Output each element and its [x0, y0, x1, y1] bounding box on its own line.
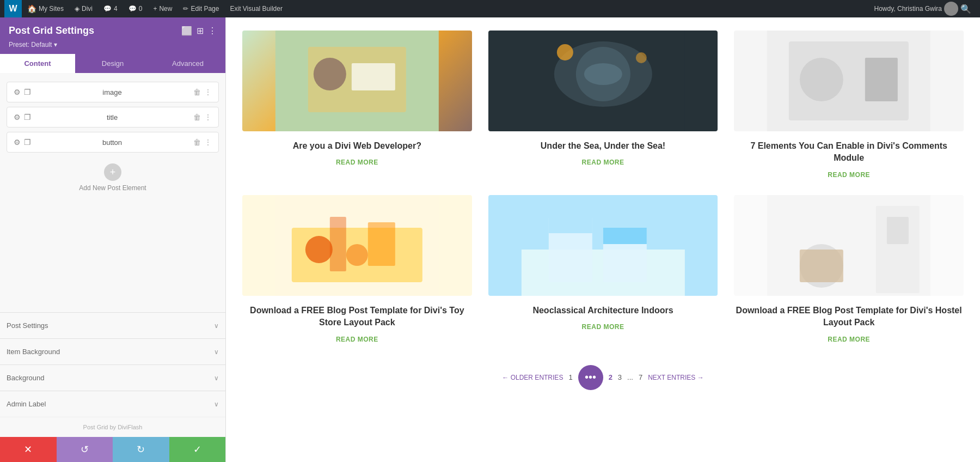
- home-icon: 🏠: [27, 4, 36, 13]
- adminbar-divi[interactable]: ◈ Divi: [69, 0, 98, 17]
- grid-icon[interactable]: ⊞: [197, 26, 204, 36]
- pencil-icon: ✏: [183, 5, 188, 13]
- post-image-6: [734, 195, 964, 296]
- element-left-icons: ⚙ ❐: [14, 88, 31, 96]
- delete-icon[interactable]: 🗑: [193, 88, 201, 96]
- add-element-label: Add New Post Element: [79, 184, 146, 192]
- delete-icon-3[interactable]: 🗑: [193, 138, 201, 147]
- accordion-post-settings-header[interactable]: Post Settings ∨: [7, 321, 219, 330]
- copy-icon[interactable]: ❐: [24, 88, 31, 96]
- gear-icon-3[interactable]: ⚙: [14, 138, 21, 147]
- page-link-1[interactable]: 1: [568, 373, 572, 381]
- wp-admin-bar: W 🏠 My Sites ◈ Divi 💬 4 💬 0 + New ✏ Edit…: [0, 0, 980, 17]
- user-greeting: Howdy, Christina Gwira: [874, 5, 942, 13]
- svg-point-13: [800, 58, 843, 101]
- plus-icon: +: [153, 5, 157, 13]
- tab-advanced[interactable]: Advanced: [150, 54, 225, 73]
- post-readmore-4[interactable]: READ MORE: [336, 336, 378, 343]
- save-button[interactable]: ✓: [169, 437, 226, 462]
- sidebar: Post Grid Settings ⬜ ⊞ ⋮ Preset: Default…: [0, 17, 226, 462]
- chevron-down-icon-2: ∨: [214, 348, 219, 356]
- post-title-2: Under the Sea, Under the Sea!: [541, 140, 665, 152]
- wp-logo-icon[interactable]: W: [4, 0, 22, 17]
- bottom-action-bar: ✕ ↺ ↻ ✓: [0, 437, 225, 462]
- content-area: Are you a Divi Web Developer? READ MORE …: [226, 17, 980, 462]
- accordion-background: Background ∨: [0, 364, 225, 391]
- accordion-background-header[interactable]: Background ∨: [7, 374, 219, 382]
- element-row-image[interactable]: ⚙ ❐ image 🗑 ⋮: [7, 82, 219, 102]
- accordion-admin-label-header[interactable]: Admin Label ∨: [7, 400, 219, 408]
- element-row-title[interactable]: ⚙ ❐ title 🗑 ⋮: [7, 107, 219, 127]
- svg-rect-30: [800, 250, 843, 282]
- next-entries-link[interactable]: NEXT ENTRIES →: [648, 374, 703, 381]
- admin-label-label: Admin Label: [7, 400, 46, 408]
- exit-vb-label: Exit Visual Builder: [230, 5, 283, 13]
- tab-design[interactable]: Design: [75, 54, 150, 73]
- adminbar-new[interactable]: + New: [148, 0, 177, 17]
- svg-point-17: [346, 244, 368, 266]
- adminbar-my-sites[interactable]: 🏠 My Sites: [22, 0, 69, 17]
- chevron-down-icon-3: ∨: [214, 374, 219, 382]
- drag-icon-2[interactable]: ⋮: [204, 113, 212, 121]
- more-options-icon[interactable]: ⋮: [208, 26, 217, 36]
- post-card-2: Under the Sea, Under the Sea! READ MORE: [488, 31, 718, 179]
- adminbar-user-info: Howdy, Christina Gwira 🔍: [874, 2, 976, 16]
- redo-button[interactable]: ↻: [113, 437, 169, 462]
- search-icon[interactable]: 🔍: [960, 4, 971, 14]
- post-readmore-5[interactable]: READ MORE: [582, 323, 624, 331]
- sidebar-title: Post Grid Settings: [9, 25, 94, 37]
- post-image-1: [242, 31, 472, 131]
- sidebar-header-controls: ⬜ ⊞ ⋮: [181, 26, 217, 36]
- svg-rect-12: [865, 58, 898, 101]
- accordion-item-background: Item Background ∨: [0, 338, 225, 364]
- dots-icon: •••: [585, 371, 596, 384]
- add-new-post-element[interactable]: + Add New Post Element: [7, 157, 219, 203]
- accordion-item-background-header[interactable]: Item Background ∨: [7, 348, 219, 356]
- delete-icon-2[interactable]: 🗑: [193, 113, 201, 121]
- post-title-4: Download a FREE Blog Post Template for D…: [242, 305, 472, 329]
- element-left-icons-2: ⚙ ❐: [14, 113, 31, 121]
- pagination-fab[interactable]: •••: [578, 365, 603, 390]
- page-link-2[interactable]: 2: [609, 373, 612, 381]
- element-row-button[interactable]: ⚙ ❐ button 🗑 ⋮: [7, 132, 219, 153]
- post-settings-label: Post Settings: [7, 321, 48, 330]
- element-label-title: title: [36, 113, 188, 121]
- copy-icon-3[interactable]: ❐: [24, 138, 31, 147]
- page-link-7[interactable]: 7: [639, 373, 642, 381]
- accordion-admin-label: Admin Label ∨: [0, 391, 225, 417]
- pagination: ← OLDER ENTRIES 1 ••• 2 3 ... 7 NEXT ENT…: [226, 356, 980, 403]
- post-readmore-2[interactable]: READ MORE: [582, 159, 624, 166]
- gear-icon-2[interactable]: ⚙: [14, 113, 21, 121]
- post-readmore-3[interactable]: READ MORE: [828, 171, 870, 179]
- post-readmore-6[interactable]: READ MORE: [828, 336, 870, 343]
- divi-label: Divi: [82, 5, 93, 13]
- gear-icon[interactable]: ⚙: [14, 88, 21, 96]
- adminbar-comments-count[interactable]: 💬 4: [98, 0, 123, 17]
- drag-icon[interactable]: ⋮: [204, 88, 212, 96]
- chevron-down-icon: ∨: [214, 322, 219, 330]
- undo-button[interactable]: ↺: [57, 437, 113, 462]
- post-title-5: Neoclassical Architecture Indoors: [532, 305, 673, 317]
- post-image-2: [488, 31, 718, 131]
- fullscreen-icon[interactable]: ⬜: [181, 26, 192, 36]
- post-readmore-1[interactable]: READ MORE: [336, 159, 378, 166]
- page-ellipsis: ...: [627, 373, 633, 381]
- post-card-1: Are you a Divi Web Developer? READ MORE: [242, 31, 472, 179]
- svg-rect-28: [887, 217, 909, 244]
- adminbar-edit-page[interactable]: ✏ Edit Page: [177, 0, 224, 17]
- comment-count2: 0: [139, 5, 143, 13]
- background-label: Background: [7, 374, 44, 382]
- copy-icon-2[interactable]: ❐: [24, 113, 31, 121]
- tab-content[interactable]: Content: [0, 54, 75, 73]
- preset-label[interactable]: Preset: Default ▾: [9, 41, 217, 48]
- element-right-icons-3: 🗑 ⋮: [193, 138, 212, 147]
- adminbar-comments2[interactable]: 💬 0: [123, 0, 148, 17]
- element-label-image: image: [36, 88, 188, 96]
- page-link-3[interactable]: 3: [618, 373, 622, 381]
- drag-icon-3[interactable]: ⋮: [204, 138, 212, 147]
- adminbar-exit-visual-builder[interactable]: Exit Visual Builder: [224, 0, 288, 17]
- post-title-1: Are you a Divi Web Developer?: [293, 140, 421, 152]
- sidebar-tabs: Content Design Advanced: [0, 54, 225, 73]
- older-entries-link[interactable]: ← OLDER ENTRIES: [502, 374, 563, 381]
- cancel-button[interactable]: ✕: [0, 437, 57, 462]
